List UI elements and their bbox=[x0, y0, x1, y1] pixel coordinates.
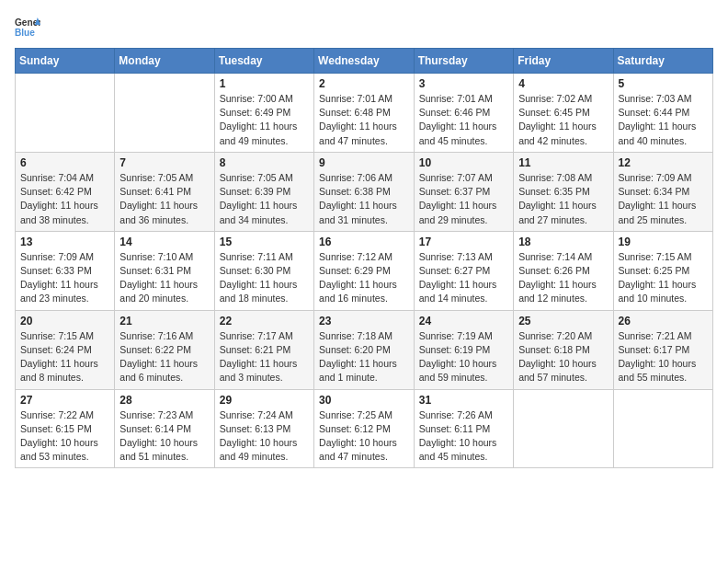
day-info: Sunrise: 7:15 AM Sunset: 6:24 PM Dayligh… bbox=[20, 329, 109, 385]
day-number: 1 bbox=[220, 77, 309, 90]
day-info: Sunrise: 7:19 AM Sunset: 6:19 PM Dayligh… bbox=[419, 329, 508, 385]
day-info: Sunrise: 7:02 AM Sunset: 6:45 PM Dayligh… bbox=[518, 92, 608, 148]
day-number: 20 bbox=[20, 315, 109, 327]
weekday-header-row: SundayMondayTuesdayWednesdayThursdayFrid… bbox=[16, 49, 713, 74]
page-header: General Blue bbox=[15, 15, 713, 40]
calendar-week-row: 1Sunrise: 7:00 AM Sunset: 6:49 PM Daylig… bbox=[16, 74, 713, 153]
day-info: Sunrise: 7:13 AM Sunset: 6:27 PM Dayligh… bbox=[419, 250, 508, 306]
day-number: 7 bbox=[119, 156, 209, 169]
weekday-header: Thursday bbox=[414, 49, 513, 74]
calendar-cell: 27Sunrise: 7:22 AM Sunset: 6:15 PM Dayli… bbox=[16, 389, 115, 468]
day-number: 11 bbox=[518, 156, 608, 169]
day-number: 30 bbox=[319, 394, 409, 407]
calendar-cell: 16Sunrise: 7:12 AM Sunset: 6:29 PM Dayli… bbox=[314, 231, 415, 310]
calendar-cell: 12Sunrise: 7:09 AM Sunset: 6:34 PM Dayli… bbox=[613, 152, 712, 231]
weekday-header: Sunday bbox=[16, 49, 115, 74]
calendar-cell: 15Sunrise: 7:11 AM Sunset: 6:30 PM Dayli… bbox=[214, 231, 313, 310]
day-number: 14 bbox=[119, 236, 209, 248]
calendar-cell: 24Sunrise: 7:19 AM Sunset: 6:19 PM Dayli… bbox=[414, 310, 513, 389]
calendar-cell: 25Sunrise: 7:20 AM Sunset: 6:18 PM Dayli… bbox=[514, 310, 613, 389]
day-info: Sunrise: 7:12 AM Sunset: 6:29 PM Dayligh… bbox=[319, 250, 409, 306]
day-number: 12 bbox=[619, 156, 708, 169]
day-info: Sunrise: 7:18 AM Sunset: 6:20 PM Dayligh… bbox=[319, 329, 409, 385]
day-info: Sunrise: 7:09 AM Sunset: 6:33 PM Dayligh… bbox=[20, 250, 109, 306]
calendar-week-row: 20Sunrise: 7:15 AM Sunset: 6:24 PM Dayli… bbox=[16, 310, 713, 389]
day-number: 9 bbox=[319, 156, 409, 169]
day-info: Sunrise: 7:17 AM Sunset: 6:21 PM Dayligh… bbox=[220, 329, 309, 385]
day-number: 10 bbox=[419, 156, 508, 169]
calendar-cell: 29Sunrise: 7:24 AM Sunset: 6:13 PM Dayli… bbox=[214, 389, 313, 468]
day-number: 6 bbox=[20, 156, 109, 169]
day-number: 27 bbox=[20, 394, 109, 407]
calendar-cell: 10Sunrise: 7:07 AM Sunset: 6:37 PM Dayli… bbox=[414, 152, 513, 231]
day-number: 15 bbox=[220, 236, 309, 248]
day-number: 24 bbox=[419, 315, 508, 327]
day-number: 21 bbox=[119, 315, 209, 327]
svg-text:Blue: Blue bbox=[15, 28, 35, 38]
calendar-cell: 11Sunrise: 7:08 AM Sunset: 6:35 PM Dayli… bbox=[514, 152, 613, 231]
calendar-cell: 3Sunrise: 7:01 AM Sunset: 6:46 PM Daylig… bbox=[414, 74, 513, 153]
calendar-cell: 7Sunrise: 7:05 AM Sunset: 6:41 PM Daylig… bbox=[115, 152, 214, 231]
day-info: Sunrise: 7:00 AM Sunset: 6:49 PM Dayligh… bbox=[220, 92, 309, 148]
logo-icon: General Blue bbox=[15, 15, 40, 40]
calendar-cell: 21Sunrise: 7:16 AM Sunset: 6:22 PM Dayli… bbox=[115, 310, 214, 389]
calendar-week-row: 6Sunrise: 7:04 AM Sunset: 6:42 PM Daylig… bbox=[16, 152, 713, 231]
calendar-cell: 13Sunrise: 7:09 AM Sunset: 6:33 PM Dayli… bbox=[16, 231, 115, 310]
day-info: Sunrise: 7:15 AM Sunset: 6:25 PM Dayligh… bbox=[619, 250, 708, 306]
calendar-cell: 6Sunrise: 7:04 AM Sunset: 6:42 PM Daylig… bbox=[16, 152, 115, 231]
day-info: Sunrise: 7:07 AM Sunset: 6:37 PM Dayligh… bbox=[419, 171, 508, 227]
day-info: Sunrise: 7:06 AM Sunset: 6:38 PM Dayligh… bbox=[319, 171, 409, 227]
day-info: Sunrise: 7:04 AM Sunset: 6:42 PM Dayligh… bbox=[20, 171, 109, 227]
day-info: Sunrise: 7:08 AM Sunset: 6:35 PM Dayligh… bbox=[518, 171, 608, 227]
weekday-header: Monday bbox=[115, 49, 214, 74]
calendar-cell: 19Sunrise: 7:15 AM Sunset: 6:25 PM Dayli… bbox=[613, 231, 712, 310]
calendar-cell: 28Sunrise: 7:23 AM Sunset: 6:14 PM Dayli… bbox=[115, 389, 214, 468]
calendar-cell: 20Sunrise: 7:15 AM Sunset: 6:24 PM Dayli… bbox=[16, 310, 115, 389]
day-number: 28 bbox=[119, 394, 209, 407]
calendar-week-row: 27Sunrise: 7:22 AM Sunset: 6:15 PM Dayli… bbox=[16, 389, 713, 468]
day-number: 31 bbox=[419, 394, 508, 407]
day-number: 3 bbox=[419, 77, 508, 90]
day-info: Sunrise: 7:01 AM Sunset: 6:48 PM Dayligh… bbox=[319, 92, 409, 148]
calendar-cell: 26Sunrise: 7:21 AM Sunset: 6:17 PM Dayli… bbox=[613, 310, 712, 389]
day-info: Sunrise: 7:16 AM Sunset: 6:22 PM Dayligh… bbox=[119, 329, 209, 385]
day-info: Sunrise: 7:21 AM Sunset: 6:17 PM Dayligh… bbox=[619, 329, 708, 385]
calendar-cell: 14Sunrise: 7:10 AM Sunset: 6:31 PM Dayli… bbox=[115, 231, 214, 310]
calendar-cell: 22Sunrise: 7:17 AM Sunset: 6:21 PM Dayli… bbox=[214, 310, 313, 389]
day-number: 2 bbox=[319, 77, 409, 90]
calendar-cell: 5Sunrise: 7:03 AM Sunset: 6:44 PM Daylig… bbox=[613, 74, 712, 153]
day-info: Sunrise: 7:11 AM Sunset: 6:30 PM Dayligh… bbox=[220, 250, 309, 306]
calendar-cell: 17Sunrise: 7:13 AM Sunset: 6:27 PM Dayli… bbox=[414, 231, 513, 310]
weekday-header: Wednesday bbox=[314, 49, 415, 74]
calendar-cell: 31Sunrise: 7:26 AM Sunset: 6:11 PM Dayli… bbox=[414, 389, 513, 468]
day-number: 22 bbox=[220, 315, 309, 327]
weekday-header: Friday bbox=[514, 49, 613, 74]
day-info: Sunrise: 7:05 AM Sunset: 6:41 PM Dayligh… bbox=[119, 171, 209, 227]
day-info: Sunrise: 7:09 AM Sunset: 6:34 PM Dayligh… bbox=[619, 171, 708, 227]
calendar-cell: 4Sunrise: 7:02 AM Sunset: 6:45 PM Daylig… bbox=[514, 74, 613, 153]
day-number: 23 bbox=[319, 315, 409, 327]
day-number: 5 bbox=[619, 77, 708, 90]
day-info: Sunrise: 7:20 AM Sunset: 6:18 PM Dayligh… bbox=[518, 329, 608, 385]
logo: General Blue bbox=[15, 15, 40, 40]
calendar-cell: 23Sunrise: 7:18 AM Sunset: 6:20 PM Dayli… bbox=[314, 310, 415, 389]
day-info: Sunrise: 7:25 AM Sunset: 6:12 PM Dayligh… bbox=[319, 408, 409, 465]
day-info: Sunrise: 7:24 AM Sunset: 6:13 PM Dayligh… bbox=[220, 408, 309, 465]
day-info: Sunrise: 7:22 AM Sunset: 6:15 PM Dayligh… bbox=[20, 408, 109, 465]
day-number: 17 bbox=[419, 236, 508, 248]
day-info: Sunrise: 7:01 AM Sunset: 6:46 PM Dayligh… bbox=[419, 92, 508, 148]
calendar-cell bbox=[16, 74, 115, 153]
calendar-cell: 18Sunrise: 7:14 AM Sunset: 6:26 PM Dayli… bbox=[514, 231, 613, 310]
weekday-header: Saturday bbox=[613, 49, 712, 74]
day-info: Sunrise: 7:05 AM Sunset: 6:39 PM Dayligh… bbox=[220, 171, 309, 227]
day-info: Sunrise: 7:23 AM Sunset: 6:14 PM Dayligh… bbox=[119, 408, 209, 465]
calendar-cell: 8Sunrise: 7:05 AM Sunset: 6:39 PM Daylig… bbox=[214, 152, 313, 231]
day-number: 8 bbox=[220, 156, 309, 169]
day-number: 13 bbox=[20, 236, 109, 248]
calendar-cell: 2Sunrise: 7:01 AM Sunset: 6:48 PM Daylig… bbox=[314, 74, 415, 153]
day-info: Sunrise: 7:03 AM Sunset: 6:44 PM Dayligh… bbox=[619, 92, 708, 148]
calendar-cell: 9Sunrise: 7:06 AM Sunset: 6:38 PM Daylig… bbox=[314, 152, 415, 231]
weekday-header: Tuesday bbox=[214, 49, 313, 74]
calendar-cell bbox=[115, 74, 214, 153]
calendar-cell: 1Sunrise: 7:00 AM Sunset: 6:49 PM Daylig… bbox=[214, 74, 313, 153]
